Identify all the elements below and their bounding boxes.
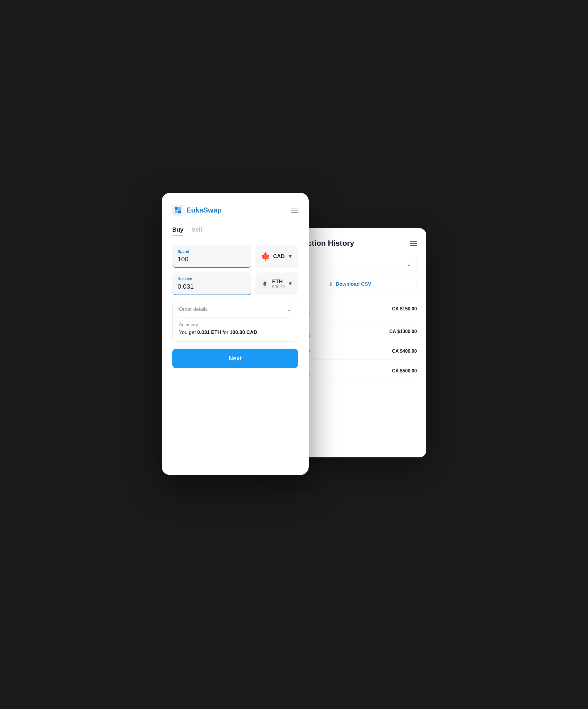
receive-label: Receive bbox=[178, 277, 246, 281]
receive-input-group: Receive bbox=[172, 272, 251, 295]
svg-rect-0 bbox=[172, 205, 183, 216]
order-details-chevron-icon: ⌄ bbox=[287, 306, 291, 312]
tx-amount-1: CA $1000.00 bbox=[389, 329, 417, 334]
summary-eth-amount: 0.031 ETH bbox=[197, 330, 221, 335]
buy-sell-tabs: Buy Sell bbox=[172, 226, 298, 236]
spend-currency-chevron-icon: ▼ bbox=[287, 253, 293, 260]
download-csv-label: Download CSV bbox=[336, 281, 371, 287]
main-swap-card: EukaSwap Buy Sell Spend 🍁 CAD bbox=[162, 193, 309, 475]
receive-currency-chevron-icon: ▼ bbox=[287, 281, 293, 287]
spend-input-group: Spend bbox=[172, 245, 251, 268]
summary-text: You get 0.031 ETH for 100.00 CAD bbox=[179, 330, 291, 335]
spend-row: Spend 🍁 CAD ▼ bbox=[172, 245, 298, 268]
receive-row: Receive ETH ERC-20 ▼ bbox=[172, 272, 298, 295]
history-menu-icon[interactable] bbox=[410, 241, 417, 246]
svg-rect-2 bbox=[178, 207, 181, 210]
spend-currency-select[interactable]: 🍁 CAD ▼ bbox=[255, 245, 298, 268]
order-details-box: Order details ⌄ Summary You get 0.031 ET… bbox=[172, 300, 298, 342]
summary-label: Summary bbox=[179, 322, 291, 327]
tab-sell[interactable]: Sell bbox=[192, 226, 202, 236]
cad-flag-icon: 🍁 bbox=[261, 252, 270, 261]
main-header: EukaSwap bbox=[172, 205, 298, 216]
svg-rect-3 bbox=[175, 210, 178, 213]
receive-currency-name: ETH bbox=[272, 279, 285, 285]
order-details-toggle[interactable]: Order details ⌄ bbox=[179, 306, 291, 317]
eth-icon bbox=[261, 280, 269, 288]
next-button[interactable]: Next bbox=[172, 349, 298, 368]
receive-currency-sub: ERC-20 bbox=[272, 285, 285, 289]
receive-currency-select[interactable]: ETH ERC-20 ▼ bbox=[255, 272, 298, 295]
logo-text: EukaSwap bbox=[186, 206, 222, 214]
order-details-label: Order details bbox=[179, 306, 208, 312]
days-chevron-icon: ⌄ bbox=[406, 260, 411, 267]
svg-rect-4 bbox=[178, 210, 181, 213]
spend-currency-name: CAD bbox=[273, 253, 285, 260]
logo-icon bbox=[172, 205, 183, 216]
download-icon: ⇩ bbox=[328, 281, 333, 287]
svg-rect-1 bbox=[175, 207, 178, 210]
main-menu-icon[interactable] bbox=[291, 208, 298, 212]
logo: EukaSwap bbox=[172, 205, 222, 216]
tx-amount-3: CA $500.00 bbox=[392, 368, 417, 374]
summary-cad-amount: 100.00 CAD bbox=[230, 330, 257, 335]
tab-buy[interactable]: Buy bbox=[172, 226, 183, 236]
receive-input[interactable] bbox=[178, 283, 246, 290]
summary-section: Summary You get 0.031 ETH for 100.00 CAD bbox=[179, 317, 291, 335]
spend-input[interactable] bbox=[178, 256, 246, 263]
tx-amount-0: CA $150.00 bbox=[392, 306, 417, 312]
spend-label: Spend bbox=[178, 249, 246, 254]
tx-amount-2: CA $400.00 bbox=[392, 349, 417, 354]
